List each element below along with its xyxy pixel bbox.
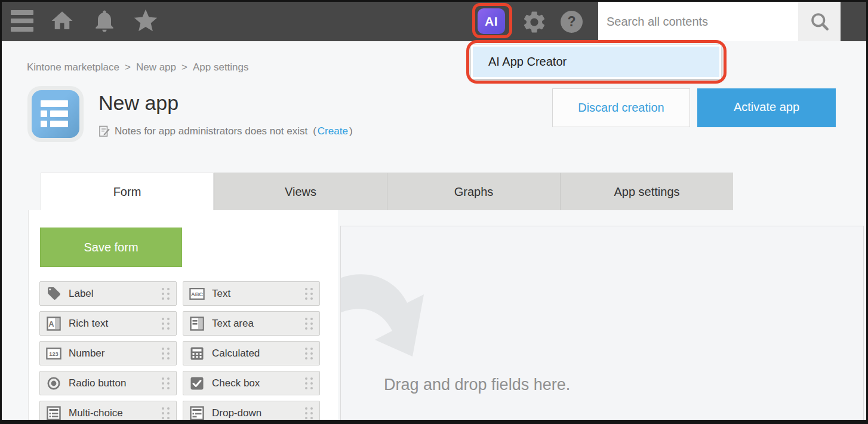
drop-hint-text: Drag and drop fields here. (384, 376, 570, 394)
create-notes-link[interactable]: Create (318, 125, 348, 137)
breadcrumb-item-kintone-marketplace[interactable]: Kintone marketplace (27, 62, 119, 73)
activate-app-button[interactable]: Activate app (697, 88, 836, 127)
drop-arrow-icon (340, 273, 430, 362)
tab-graphs[interactable]: Graphs (387, 173, 560, 210)
field-item-drop-down[interactable]: Drop-down (183, 401, 320, 420)
drag-handle-icon[interactable] (162, 377, 171, 389)
tag-icon (46, 286, 61, 302)
multi-choice-icon (46, 405, 61, 420)
drag-handle-icon[interactable] (162, 288, 171, 300)
search-input[interactable] (598, 2, 798, 41)
svg-text:A: A (48, 319, 54, 328)
check-box-icon (189, 376, 205, 391)
breadcrumb-item-app-settings: App settings (193, 62, 249, 73)
calculated-icon (189, 346, 205, 361)
field-item-label: Rich text (69, 318, 162, 330)
help-icon[interactable]: ? (561, 11, 583, 33)
breadcrumb-separator: > (181, 62, 187, 73)
settings-tabs: FormViewsGraphsApp settings (41, 173, 733, 210)
field-item-label[interactable]: Label (39, 281, 177, 306)
drag-handle-icon[interactable] (305, 407, 315, 419)
drag-handle-icon[interactable] (305, 348, 315, 360)
drag-handle-icon[interactable] (305, 318, 315, 330)
notifications-bell-icon[interactable] (91, 7, 118, 37)
drag-handle-icon[interactable] (162, 318, 171, 330)
drag-handle-icon[interactable] (162, 348, 171, 360)
note-pencil-icon (99, 125, 110, 137)
field-item-label: Label (69, 288, 162, 300)
field-item-radio-button[interactable]: Radio button (39, 371, 177, 395)
note-paren-open: ( (313, 125, 316, 137)
screen: AI ? AI App Creator Kintone marketplace>… (2, 2, 866, 420)
search-submit-button[interactable] (798, 2, 841, 41)
ai-app-creator-button[interactable]: AI (478, 8, 505, 34)
note-paren-close: ) (349, 125, 353, 137)
favorites-star-icon[interactable] (132, 7, 159, 37)
menu-item-ai-app-creator[interactable]: AI App Creator (473, 47, 719, 77)
admin-notes-text: Notes for app administrators does not ex… (115, 125, 307, 137)
discard-creation-button[interactable]: Discard creation (552, 88, 690, 127)
field-item-calculated[interactable]: Calculated (183, 341, 320, 365)
drag-handle-icon[interactable] (305, 288, 315, 300)
top-navbar: AI ? (2, 2, 866, 41)
field-item-label: Check box (212, 377, 305, 389)
field-item-text[interactable]: ABCText (183, 281, 320, 306)
settings-gear-icon[interactable] (521, 9, 547, 38)
field-palette-column-right: ABCTextText areaCalculatedCheck boxDrop-… (183, 281, 320, 420)
field-item-label: Text area (212, 318, 305, 330)
breadcrumb: Kintone marketplace>New app>App settings (27, 62, 254, 73)
search-icon (809, 11, 830, 32)
svg-text:ABC: ABC (191, 291, 203, 297)
field-item-label: Multi-choice (69, 407, 162, 419)
drag-handle-icon[interactable] (305, 377, 315, 389)
admin-notes-row: Notes for app administrators does not ex… (99, 125, 353, 137)
field-item-number[interactable]: 123Number (39, 341, 177, 365)
rich-text-icon: A (46, 316, 61, 331)
svg-text:123: 123 (49, 351, 58, 357)
number-icon: 123 (46, 346, 61, 361)
text-icon: ABC (189, 286, 205, 302)
field-item-check-box[interactable]: Check box (183, 371, 320, 395)
drop-down-icon (189, 405, 205, 420)
field-item-label: Drop-down (212, 407, 305, 419)
form-drop-zone[interactable]: Drag and drop fields here. (340, 226, 864, 420)
field-item-label: Text (212, 288, 305, 300)
tab-form[interactable]: Form (41, 173, 214, 210)
hamburger-menu-icon[interactable] (11, 10, 33, 33)
radio-button-icon (46, 376, 61, 391)
save-form-button[interactable]: Save form (40, 228, 182, 267)
breadcrumb-item-new-app[interactable]: New app (136, 62, 176, 73)
global-search (598, 2, 798, 41)
field-palette-column-left: LabelARich text123NumberRadio buttonMult… (39, 281, 177, 420)
field-item-text-area[interactable]: Text area (183, 311, 320, 336)
breadcrumb-separator: > (125, 62, 131, 73)
drag-handle-icon[interactable] (162, 407, 171, 419)
ai-dropdown-menu: AI App Creator (471, 45, 721, 79)
field-item-label: Calculated (212, 348, 305, 360)
app-icon (27, 86, 84, 142)
form-app-icon (32, 90, 79, 138)
field-item-rich-text[interactable]: ARich text (39, 311, 177, 336)
text-area-icon (189, 316, 205, 331)
tab-app-settings[interactable]: App settings (560, 173, 733, 210)
page-title: New app (99, 91, 178, 115)
tab-views[interactable]: Views (214, 173, 387, 210)
home-icon[interactable] (50, 8, 75, 36)
field-item-label: Radio button (69, 377, 162, 389)
field-item-multi-choice[interactable]: Multi-choice (39, 401, 177, 420)
field-item-label: Number (69, 348, 162, 360)
